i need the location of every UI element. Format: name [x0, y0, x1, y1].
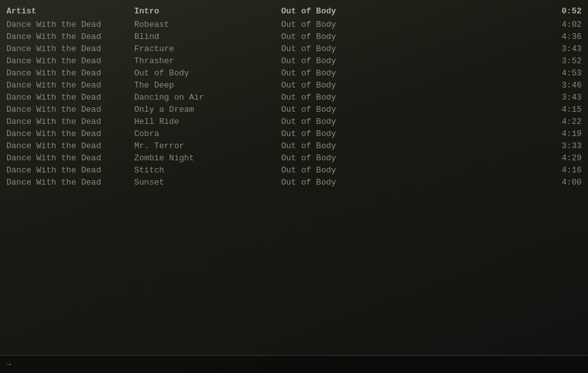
track-album: Out of Body	[281, 129, 543, 139]
table-row[interactable]: Dance With the DeadBlindOut of Body4:36	[0, 31, 588, 43]
track-title: Stitch	[134, 165, 281, 175]
header-album: Out of Body	[281, 6, 543, 16]
track-duration: 4:19	[543, 129, 582, 139]
track-duration: 3:46	[543, 80, 582, 90]
table-row[interactable]: Dance With the DeadZombie NightOut of Bo…	[0, 152, 588, 164]
header-title: Intro	[134, 6, 281, 16]
header-duration: 0:52	[543, 6, 582, 16]
track-title: Zombie Night	[134, 153, 281, 163]
track-duration: 4:00	[543, 178, 582, 187]
track-album: Out of Body	[281, 20, 543, 29]
track-title: Dancing on Air	[134, 93, 281, 102]
track-title: Fracture	[134, 44, 281, 54]
track-artist: Dance With the Dead	[6, 80, 134, 90]
track-album: Out of Body	[281, 117, 543, 126]
table-row[interactable]: Dance With the DeadHell RideOut of Body4…	[0, 116, 588, 128]
track-artist: Dance With the Dead	[6, 93, 134, 102]
track-duration: 4:22	[543, 117, 582, 126]
track-title: Out of Body	[134, 68, 281, 78]
arrow-icon: →	[6, 360, 11, 369]
track-duration: 4:29	[543, 153, 582, 163]
track-duration: 3:43	[543, 44, 582, 54]
track-title: Mr. Terror	[134, 141, 281, 151]
track-artist: Dance With the Dead	[6, 56, 134, 66]
track-artist: Dance With the Dead	[6, 20, 134, 29]
track-album: Out of Body	[281, 153, 543, 163]
track-duration: 3:52	[543, 56, 582, 66]
track-artist: Dance With the Dead	[6, 141, 134, 151]
track-title: Blind	[134, 32, 281, 42]
track-album: Out of Body	[281, 68, 543, 78]
track-artist: Dance With the Dead	[6, 68, 134, 78]
track-album: Out of Body	[281, 80, 543, 90]
track-album: Out of Body	[281, 32, 543, 42]
track-title: Hell Ride	[134, 117, 281, 126]
track-title: The Deep	[134, 80, 281, 90]
track-album: Out of Body	[281, 56, 543, 66]
table-row[interactable]: Dance With the DeadMr. TerrorOut of Body…	[0, 140, 588, 152]
track-duration: 3:33	[543, 141, 582, 151]
track-album: Out of Body	[281, 44, 543, 54]
track-list: Artist Intro Out of Body 0:52 Dance With…	[0, 0, 588, 194]
track-title: Robeast	[134, 20, 281, 29]
table-row[interactable]: Dance With the DeadDancing on AirOut of …	[0, 91, 588, 103]
table-row[interactable]: Dance With the DeadOut of BodyOut of Bod…	[0, 67, 588, 79]
track-duration: 4:02	[543, 20, 582, 29]
track-artist: Dance With the Dead	[6, 117, 134, 126]
table-row[interactable]: Dance With the DeadSunsetOut of Body4:00	[0, 176, 588, 188]
track-album: Out of Body	[281, 141, 543, 151]
track-duration: 4:36	[543, 32, 582, 42]
track-artist: Dance With the Dead	[6, 105, 134, 114]
track-artist: Dance With the Dead	[6, 153, 134, 163]
track-artist: Dance With the Dead	[6, 178, 134, 187]
table-row[interactable]: Dance With the DeadOnly a DreamOut of Bo…	[0, 103, 588, 116]
track-artist: Dance With the Dead	[6, 165, 134, 175]
track-album: Out of Body	[281, 178, 543, 187]
header-artist: Artist	[6, 6, 134, 16]
track-title: Only a Dream	[134, 105, 281, 114]
bottom-bar: →	[0, 355, 588, 373]
table-row[interactable]: Dance With the DeadThrasherOut of Body3:…	[0, 55, 588, 67]
table-row[interactable]: Dance With the DeadThe DeepOut of Body3:…	[0, 79, 588, 91]
table-row[interactable]: Dance With the DeadRobeastOut of Body4:0…	[0, 19, 588, 31]
track-duration: 3:43	[543, 93, 582, 102]
track-album: Out of Body	[281, 105, 543, 114]
table-row[interactable]: Dance With the DeadFractureOut of Body3:…	[0, 43, 588, 55]
track-duration: 4:16	[543, 165, 582, 175]
table-row[interactable]: Dance With the DeadStitchOut of Body4:16	[0, 164, 588, 176]
track-artist: Dance With the Dead	[6, 32, 134, 42]
track-duration: 4:53	[543, 68, 582, 78]
track-duration: 4:15	[543, 105, 582, 114]
track-album: Out of Body	[281, 93, 543, 102]
table-row[interactable]: Dance With the DeadCobraOut of Body4:19	[0, 128, 588, 140]
track-title: Thrasher	[134, 56, 281, 66]
track-list-header: Artist Intro Out of Body 0:52	[0, 5, 588, 17]
track-title: Cobra	[134, 129, 281, 139]
track-artist: Dance With the Dead	[6, 129, 134, 139]
track-artist: Dance With the Dead	[6, 44, 134, 54]
track-album: Out of Body	[281, 165, 543, 175]
track-title: Sunset	[134, 178, 281, 187]
